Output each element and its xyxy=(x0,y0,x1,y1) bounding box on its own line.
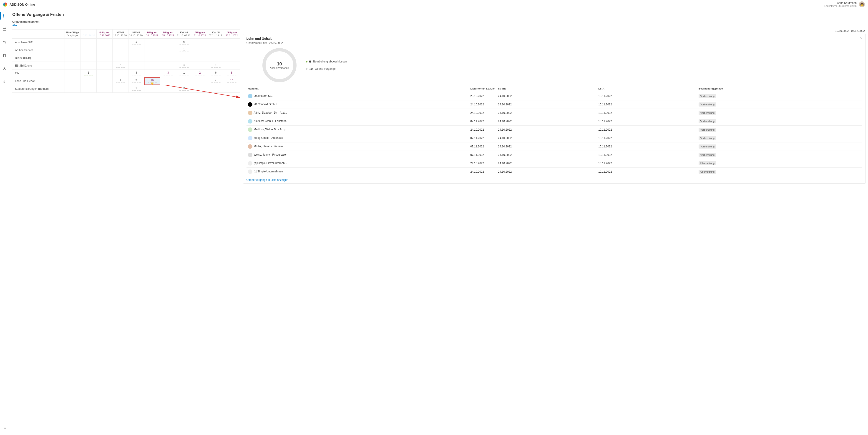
sidebar-item-med[interactable] xyxy=(0,78,9,86)
grid-cell[interactable]: 1 xyxy=(176,46,192,54)
grid-cell[interactable] xyxy=(160,54,176,62)
grid-cell[interactable]: 2 xyxy=(192,69,208,77)
grid-cell[interactable] xyxy=(96,77,112,85)
grid-cell[interactable] xyxy=(65,46,81,54)
grid-cell[interactable] xyxy=(96,46,112,54)
grid-cell[interactable]: 5 xyxy=(128,77,144,85)
grid-cell[interactable] xyxy=(192,62,208,69)
grid-cell[interactable]: 1 xyxy=(81,69,96,77)
grid-header-9[interactable]: KW 4507.11.-13.11. xyxy=(208,30,224,39)
grid-cell[interactable]: 1 xyxy=(128,85,144,93)
grid-cell[interactable] xyxy=(112,39,128,46)
grid-cell[interactable] xyxy=(65,39,81,46)
grid-cell[interactable]: 1 xyxy=(128,39,144,46)
table-row[interactable]: 2B Connext GmbH24.10.202224.10.202210.11… xyxy=(247,100,863,109)
grid-cell[interactable] xyxy=(81,54,96,62)
sidebar-item-calendar[interactable] xyxy=(0,26,9,33)
grid-cell[interactable] xyxy=(144,39,160,46)
grid-header-3[interactable]: KW 4217.10.-23.10. xyxy=(112,30,128,39)
detail-header[interactable]: Mandant xyxy=(247,86,469,92)
table-row[interactable]: Medicus, Walter Dr. - Arztp...24.10.2022… xyxy=(247,126,863,134)
grid-header-5[interactable]: fällig am24.10.2022 xyxy=(144,30,160,39)
grid-cell[interactable] xyxy=(65,77,81,85)
grid-cell[interactable] xyxy=(144,69,160,77)
grid-header-8[interactable]: fällig am31.10.2022 xyxy=(192,30,208,39)
grid-cell[interactable] xyxy=(208,46,224,54)
grid-cell[interactable] xyxy=(96,54,112,62)
grid-cell[interactable] xyxy=(144,54,160,62)
grid-cell[interactable] xyxy=(176,77,192,85)
grid-cell[interactable] xyxy=(65,62,81,69)
grid-cell[interactable] xyxy=(128,54,144,62)
grid-cell[interactable]: 3 xyxy=(128,69,144,77)
avatar[interactable]: 👩 xyxy=(859,1,865,7)
grid-cell[interactable] xyxy=(65,54,81,62)
grid-cell[interactable]: 3 xyxy=(160,69,176,77)
grid-cell[interactable] xyxy=(160,39,176,46)
grid-cell[interactable] xyxy=(160,46,176,54)
grid-cell[interactable]: 2 xyxy=(112,62,128,69)
grid-cell[interactable] xyxy=(96,39,112,46)
grid-cell[interactable] xyxy=(112,85,128,93)
grid-cell[interactable] xyxy=(96,85,112,93)
grid-cell[interactable] xyxy=(224,46,240,54)
table-row[interactable]: [x] Simple Unternehmen24.10.202224.10.20… xyxy=(247,168,863,176)
table-row[interactable]: Weiss, Jenny - Friseursalon07.11.202224.… xyxy=(247,151,863,159)
grid-header-2[interactable]: fällig am10.10.2022 xyxy=(96,30,112,39)
grid-cell[interactable] xyxy=(192,54,208,62)
grid-cell[interactable] xyxy=(144,46,160,54)
grid-cell[interactable] xyxy=(144,62,160,69)
grid-cell[interactable]: 6 xyxy=(176,39,192,46)
sidebar-item-users[interactable] xyxy=(0,39,9,46)
grid-cell[interactable] xyxy=(224,54,240,62)
grid-cell[interactable] xyxy=(192,39,208,46)
grid-cell[interactable] xyxy=(192,77,208,85)
grid-cell[interactable]: 2 xyxy=(176,85,192,93)
grid-cell[interactable] xyxy=(81,39,96,46)
grid-cell[interactable] xyxy=(81,46,96,54)
grid-cell[interactable] xyxy=(224,62,240,69)
grid-cell[interactable]: 1 xyxy=(112,77,128,85)
detail-header[interactable]: Liefertermin Kanzlei xyxy=(469,86,497,92)
table-row[interactable]: Altritz, Dagobert Dr. - Arzt...24.10.202… xyxy=(247,109,863,117)
grid-cell[interactable]: 4 xyxy=(176,62,192,69)
grid-header-6[interactable]: fällig am25.10.2022 xyxy=(160,30,176,39)
grid-cell[interactable] xyxy=(81,77,96,85)
grid-cell[interactable] xyxy=(112,46,128,54)
grid-cell[interactable] xyxy=(65,85,81,93)
grid-cell[interactable] xyxy=(144,85,160,93)
sidebar-item-list[interactable] xyxy=(0,12,9,20)
grid-cell[interactable]: 6 xyxy=(208,69,224,77)
grid-header-1[interactable]: KW 4110.10.-16.10. xyxy=(81,30,96,39)
detail-header[interactable]: SV-BN xyxy=(497,86,597,92)
grid-cell[interactable] xyxy=(176,54,192,62)
close-icon[interactable]: ✕ xyxy=(860,36,863,40)
grid-cell[interactable] xyxy=(160,77,176,85)
grid-cell[interactable] xyxy=(128,46,144,54)
table-row[interactable]: Moog GmbH - Autohaus07.11.202224.10.2022… xyxy=(247,134,863,142)
filter-value[interactable]: Alle xyxy=(12,24,866,27)
grid-cell[interactable]: 1 xyxy=(208,62,224,69)
grid-cell[interactable] xyxy=(224,85,240,93)
grid-cell[interactable] xyxy=(96,69,112,77)
grid-cell[interactable]: 10 xyxy=(224,77,240,85)
sidebar-item-clipboard[interactable] xyxy=(0,52,9,59)
detail-header[interactable]: Bearbeitungsphase xyxy=(697,86,862,92)
table-row[interactable]: [x] Simple Einzelunterneh...24.10.202224… xyxy=(247,159,863,168)
grid-cell[interactable] xyxy=(81,62,96,69)
grid-cell[interactable] xyxy=(112,69,128,77)
show-in-list-link[interactable]: Offene Vorgänge in Liste anzeigen xyxy=(247,178,288,181)
grid-cell[interactable]: 4 xyxy=(208,77,224,85)
grid-cell[interactable] xyxy=(224,39,240,46)
grid-header-0[interactable]: ÜberfälligeVorgänge xyxy=(65,30,81,39)
table-row[interactable]: Klarsicht GmbH - Fensterb...07.11.202224… xyxy=(247,117,863,126)
grid-header-7[interactable]: KW 4431.10.-06.11. xyxy=(176,30,192,39)
grid-cell[interactable] xyxy=(160,62,176,69)
grid-cell[interactable] xyxy=(112,54,128,62)
grid-cell[interactable] xyxy=(192,85,208,93)
grid-cell[interactable]: 10👆 xyxy=(144,77,160,85)
sidebar-item-person[interactable] xyxy=(0,65,9,72)
grid-cell[interactable] xyxy=(208,85,224,93)
grid-cell[interactable] xyxy=(96,62,112,69)
grid-header-4[interactable]: KW 4324.10.-30.10. xyxy=(128,30,144,39)
